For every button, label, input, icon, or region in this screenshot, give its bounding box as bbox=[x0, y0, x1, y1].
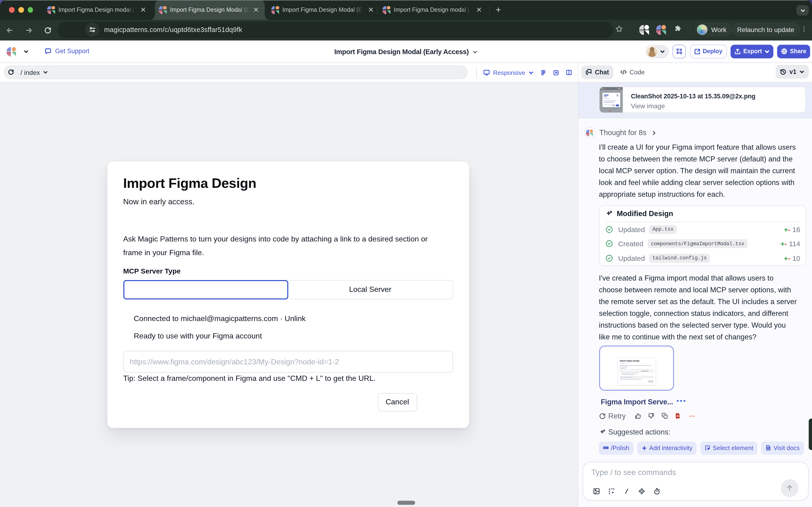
extension-magicpatterns-icon[interactable] bbox=[656, 25, 666, 35]
send-button[interactable] bbox=[781, 479, 798, 497]
browser-tab-1[interactable]: Import Figma Design modal | ✕ bbox=[42, 0, 149, 20]
reload-button[interactable] bbox=[44, 26, 51, 34]
artifact-preview-title: Import Figma Design bbox=[620, 360, 653, 362]
attachment-card[interactable]: CleanShot 2025-10-13 at 15.35.09@2x.png … bbox=[599, 87, 806, 113]
file-change-row[interactable]: Updated App.tsx +- 16 bbox=[605, 223, 800, 236]
globe-icon bbox=[781, 48, 788, 55]
select-element-icon bbox=[705, 445, 710, 451]
check-circle-icon bbox=[605, 254, 613, 262]
artifact-link[interactable]: Figma Import Serve... bbox=[601, 398, 673, 406]
responsive-selector[interactable]: Responsive bbox=[483, 69, 534, 76]
tab-close-icon[interactable]: ✕ bbox=[252, 6, 260, 14]
address-bar[interactable]: magicpatterns.com/c/uqptd6txe3sffar51dq9… bbox=[57, 21, 613, 38]
new-tab-button[interactable]: + bbox=[493, 4, 504, 15]
url-text: magicpatterns.com/c/uqptd6txe3sffar51dq9… bbox=[104, 26, 242, 34]
tab-close-icon[interactable]: ✕ bbox=[475, 6, 483, 14]
magicpatterns-favicon bbox=[47, 6, 55, 14]
chip-add-interactivity[interactable]: Add interactivity bbox=[637, 441, 697, 454]
share-button[interactable]: Share bbox=[777, 45, 810, 58]
file-action: Updated bbox=[618, 225, 645, 233]
modal-title: Import Figma Design bbox=[123, 175, 256, 191]
attachment-view-link[interactable]: View image bbox=[631, 102, 665, 109]
magicpatterns-favicon bbox=[271, 6, 279, 14]
browser-tab-2-active[interactable]: Import Figma Design Modal (E ✕ bbox=[155, 0, 265, 20]
connection-status[interactable]: Connected to michael@magicpatterns.com ·… bbox=[134, 314, 306, 323]
browser-menu-icon[interactable] bbox=[801, 26, 807, 33]
browser-tab-3[interactable]: Import Figma Design Modal (E ✕ bbox=[265, 0, 377, 20]
assistant-paragraph-1: I'll create a UI for your Figma import f… bbox=[599, 141, 796, 200]
remote-server-button[interactable] bbox=[123, 280, 288, 299]
browser-tab-4[interactable]: Import Figma Design modal | | ✕ bbox=[377, 0, 485, 20]
artifact-thumbnail[interactable]: Import Figma Design Local Server Cancel bbox=[599, 345, 674, 391]
tab-title: Import Figma Design modal | bbox=[58, 7, 138, 13]
plus-icon bbox=[641, 445, 647, 451]
window-close-button[interactable] bbox=[9, 7, 14, 12]
user-avatar bbox=[646, 46, 658, 57]
tab-chat[interactable]: Chat bbox=[581, 65, 613, 79]
tab-search-button[interactable] bbox=[797, 5, 809, 15]
more-actions-button[interactable] bbox=[689, 413, 695, 419]
bookmark-star-icon[interactable] bbox=[615, 25, 623, 33]
preview-canvas: Import Figma Design Now in early access.… bbox=[0, 82, 578, 507]
relaunch-button[interactable]: Relaunch to update bbox=[731, 22, 801, 36]
artifact-menu-icon[interactable]: ••• bbox=[676, 397, 687, 404]
chip-select-element[interactable]: Select element bbox=[700, 441, 758, 454]
version-button[interactable]: v1 bbox=[776, 65, 809, 78]
deploy-button[interactable]: Deploy bbox=[690, 45, 726, 58]
panel-divider bbox=[578, 63, 578, 507]
modified-design-card: Modified Design Updated App.tsx +- 16 Cr… bbox=[599, 205, 806, 266]
select-element-tool-icon[interactable] bbox=[608, 488, 615, 495]
file-change-row[interactable]: Updated tailwind.config.js +- 10 bbox=[605, 251, 800, 265]
tab-bar: Import Figma Design modal | ✕ Import Fig… bbox=[0, 0, 812, 20]
route-selector[interactable]: / index bbox=[4, 65, 468, 79]
toolbar-separator bbox=[690, 25, 690, 35]
canvas-drag-handle[interactable] bbox=[397, 500, 415, 505]
thumbs-up-button[interactable] bbox=[634, 412, 641, 419]
user-avatar-chip[interactable] bbox=[645, 45, 669, 58]
figma-icon[interactable] bbox=[540, 69, 546, 75]
local-server-button[interactable]: Local Server bbox=[288, 280, 453, 299]
site-settings-icon[interactable] bbox=[85, 22, 99, 37]
refresh-route-icon[interactable] bbox=[8, 69, 14, 75]
chip-polish[interactable]: /Polish bbox=[598, 441, 634, 454]
copy-button[interactable] bbox=[661, 412, 668, 419]
magicpatterns-favicon bbox=[159, 6, 167, 14]
profile-chip[interactable]: Work bbox=[695, 22, 732, 36]
thought-row[interactable]: Thought for 8s bbox=[584, 127, 657, 138]
components-button[interactable] bbox=[673, 45, 686, 58]
chip-visit-docs[interactable]: Visit docs bbox=[761, 441, 804, 454]
magicpatterns-favicon bbox=[382, 6, 390, 14]
retry-button[interactable]: Retry bbox=[599, 412, 626, 420]
document-button[interactable] bbox=[674, 413, 681, 419]
window-zoom-button[interactable] bbox=[28, 7, 33, 12]
modified-design-header: Modified Design bbox=[605, 210, 673, 218]
route-chevron-icon bbox=[43, 70, 48, 75]
extension-magicpatterns-gray-icon[interactable] bbox=[639, 25, 649, 35]
server-type-segmented-control: Local Server bbox=[123, 280, 453, 299]
file-change-row[interactable]: Created components/FigmaImportModal.tsx … bbox=[605, 237, 800, 250]
back-button[interactable] bbox=[6, 26, 14, 34]
app-header: Get Support Import Figma Design Modal (E… bbox=[0, 41, 812, 62]
chat-input[interactable]: Type / to see commands bbox=[582, 462, 809, 501]
tab-close-icon[interactable]: ✕ bbox=[140, 6, 147, 14]
extensions-puzzle-icon[interactable] bbox=[674, 25, 682, 33]
split-view-icon[interactable] bbox=[566, 69, 572, 76]
figma-url-input[interactable]: https://www.figma.com/design/abc123/My-D… bbox=[123, 351, 453, 373]
attachment-filename: CleanShot 2025-10-13 at 15.35.09@2x.png bbox=[631, 93, 755, 100]
user-message: CleanShot 2025-10-13 at 15.35.09@2x.png … bbox=[578, 82, 812, 119]
thumbs-down-button[interactable] bbox=[647, 412, 654, 419]
tab-code[interactable]: Code bbox=[619, 65, 646, 79]
cancel-button[interactable]: Cancel bbox=[378, 393, 417, 411]
window-minimize-button[interactable] bbox=[18, 7, 24, 12]
components-tool-icon[interactable] bbox=[638, 488, 645, 495]
attach-image-icon[interactable] bbox=[593, 488, 600, 495]
thought-expand-icon[interactable] bbox=[652, 130, 657, 135]
forward-button[interactable] bbox=[25, 26, 33, 34]
profile-label: Work bbox=[711, 26, 726, 33]
suggested-actions-label: Suggested actions: bbox=[608, 428, 670, 436]
tab-close-icon[interactable]: ✕ bbox=[367, 6, 375, 14]
open-in-new-icon[interactable] bbox=[553, 69, 559, 75]
history-timer-icon[interactable] bbox=[653, 488, 661, 495]
export-button[interactable]: Export bbox=[730, 45, 773, 58]
slash-command-icon[interactable] bbox=[624, 489, 630, 495]
